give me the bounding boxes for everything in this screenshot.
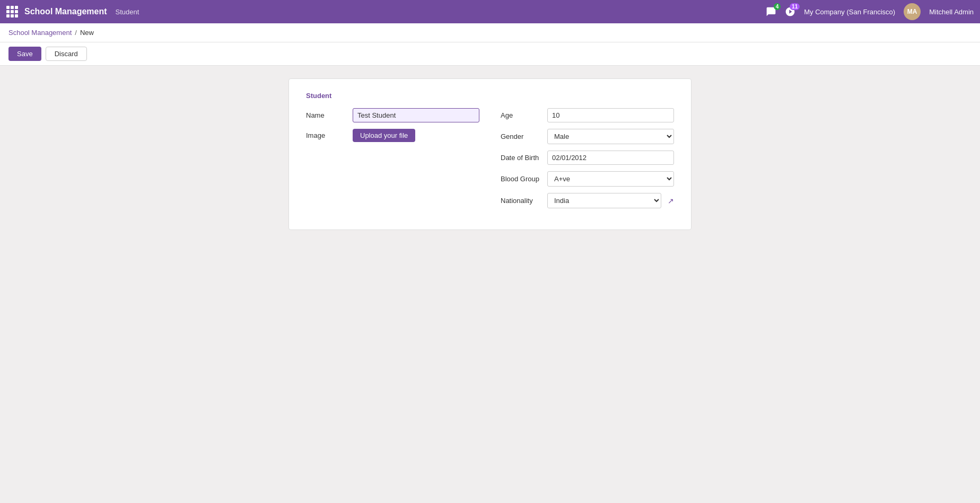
top-navigation: School Management Student 4 11 My Compan… bbox=[0, 0, 980, 23]
image-label: Image bbox=[306, 131, 348, 139]
blood-group-select[interactable]: A+ve A-ve B+ve B-ve AB+ve AB-ve O+ve O-v… bbox=[547, 171, 674, 187]
activity-icon-wrapper[interactable]: 11 bbox=[785, 6, 795, 17]
breadcrumb-current: New bbox=[80, 29, 94, 37]
app-title[interactable]: School Management bbox=[24, 7, 107, 16]
section-label: Student bbox=[306, 92, 674, 100]
discard-button[interactable]: Discard bbox=[46, 47, 87, 61]
breadcrumb-separator: / bbox=[75, 29, 77, 37]
name-label: Name bbox=[306, 111, 348, 119]
image-row: Image Upload your file bbox=[306, 129, 479, 142]
main-content: Student Name Image Upload your file Age bbox=[0, 66, 980, 503]
gender-label: Gender bbox=[501, 133, 543, 140]
breadcrumb-parent[interactable]: School Management bbox=[8, 29, 72, 37]
activity-badge: 11 bbox=[790, 3, 800, 10]
nationality-external-link-icon[interactable]: ↗ bbox=[668, 197, 674, 205]
nationality-label: Nationality bbox=[501, 197, 543, 205]
nationality-select[interactable]: India bbox=[547, 193, 661, 208]
age-input[interactable] bbox=[547, 108, 674, 122]
gender-row: Gender Male Female Other bbox=[501, 129, 674, 144]
nationality-row: Nationality India ↗ bbox=[501, 193, 674, 208]
save-button[interactable]: Save bbox=[8, 47, 41, 61]
name-row: Name bbox=[306, 108, 479, 122]
breadcrumb: School Management / New bbox=[0, 23, 980, 42]
dob-label: Date of Birth bbox=[501, 154, 543, 162]
messages-icon-wrapper[interactable]: 4 bbox=[766, 6, 776, 17]
module-label: Student bbox=[116, 8, 139, 16]
action-bar: Save Discard bbox=[0, 42, 980, 66]
name-input[interactable] bbox=[353, 108, 479, 122]
nav-icons: 4 11 My Company (San Francisco) MA Mitch… bbox=[766, 3, 974, 20]
form-grid: Name Image Upload your file Age Gender bbox=[306, 108, 674, 208]
apps-menu-icon[interactable] bbox=[6, 6, 18, 17]
form-right-column: Age Gender Male Female Other Date of Bir… bbox=[501, 108, 674, 208]
messages-badge: 4 bbox=[774, 3, 781, 10]
form-left-column: Name Image Upload your file bbox=[306, 108, 479, 208]
gender-select[interactable]: Male Female Other bbox=[547, 129, 674, 144]
user-name[interactable]: Mitchell Admin bbox=[929, 8, 974, 16]
avatar[interactable]: MA bbox=[904, 3, 921, 20]
student-form-card: Student Name Image Upload your file Age bbox=[288, 78, 692, 230]
dob-row: Date of Birth bbox=[501, 151, 674, 165]
age-label: Age bbox=[501, 111, 543, 119]
upload-button[interactable]: Upload your file bbox=[353, 129, 415, 142]
blood-group-row: Blood Group A+ve A-ve B+ve B-ve AB+ve AB… bbox=[501, 171, 674, 187]
dob-input[interactable] bbox=[547, 151, 674, 165]
company-selector[interactable]: My Company (San Francisco) bbox=[804, 8, 895, 16]
blood-group-label: Blood Group bbox=[501, 175, 543, 183]
age-row: Age bbox=[501, 108, 674, 122]
